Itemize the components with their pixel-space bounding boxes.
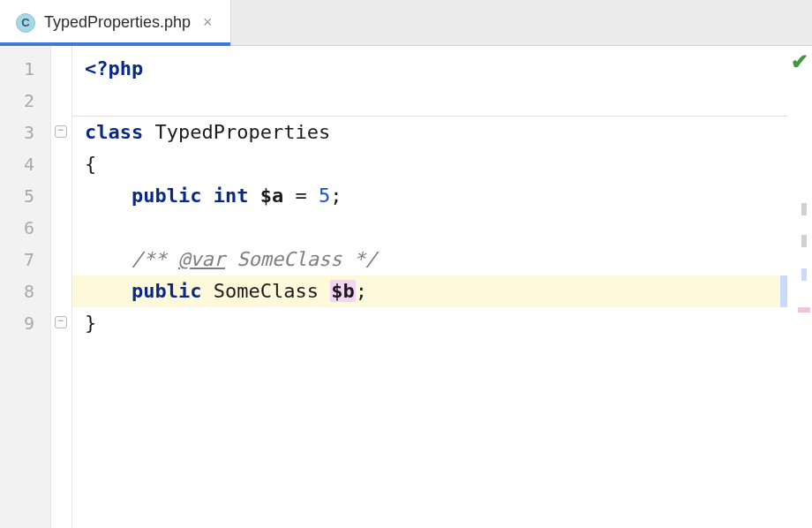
line-number: 3 bbox=[0, 117, 50, 148]
code-line[interactable] bbox=[72, 212, 787, 244]
token-type: int bbox=[214, 185, 249, 207]
code-line[interactable]: /** @var SomeClass */ bbox=[72, 244, 787, 275]
code-line[interactable]: <?php bbox=[72, 53, 787, 85]
token-variable-selected: $b bbox=[330, 280, 356, 302]
line-number-gutter: 1 2 3 4 5 6 7 8 9 bbox=[0, 46, 51, 528]
code-line[interactable] bbox=[72, 85, 787, 117]
line-number: 2 bbox=[0, 85, 50, 117]
token-classname: TypedProperties bbox=[154, 121, 330, 143]
code-line[interactable]: { bbox=[72, 148, 787, 180]
line-marker-icon[interactable] bbox=[801, 268, 807, 281]
line-number: 1 bbox=[0, 53, 50, 85]
line-number: 9 bbox=[0, 307, 50, 339]
fold-gutter bbox=[51, 46, 72, 528]
tab-filename: TypedProperties.php bbox=[44, 13, 191, 32]
token-variable: $a bbox=[260, 185, 284, 207]
token-type: SomeClass bbox=[214, 280, 319, 302]
token-modifier: public bbox=[132, 280, 201, 302]
token-keyword: class bbox=[85, 121, 143, 143]
inspection-stripe: ✔ bbox=[787, 46, 812, 528]
code-line[interactable]: public int $a = 5; bbox=[72, 180, 787, 212]
fold-toggle-icon[interactable] bbox=[55, 316, 67, 328]
line-number: 6 bbox=[0, 212, 50, 244]
file-tab[interactable]: C TypedProperties.php × bbox=[0, 0, 231, 45]
line-number: 8 bbox=[0, 275, 50, 307]
token-modifier: public bbox=[132, 185, 201, 207]
token-comment: /** bbox=[132, 248, 178, 270]
code-area[interactable]: <?php class TypedProperties { public int… bbox=[72, 46, 787, 528]
token-number: 5 bbox=[319, 185, 330, 207]
change-marker-icon bbox=[780, 275, 787, 307]
code-editor[interactable]: 1 2 3 4 5 6 7 8 9 <?php class TypedPrope… bbox=[0, 46, 812, 528]
line-marker-icon[interactable] bbox=[801, 203, 807, 215]
line-number: 4 bbox=[0, 148, 50, 180]
line-number: 7 bbox=[0, 244, 50, 275]
line-marker-icon[interactable] bbox=[798, 307, 810, 313]
code-line-highlighted[interactable]: public SomeClass $b; bbox=[72, 275, 787, 307]
inspection-ok-icon[interactable]: ✔ bbox=[787, 51, 812, 72]
line-number: 5 bbox=[0, 180, 50, 212]
fold-toggle-icon[interactable] bbox=[55, 125, 67, 138]
close-icon[interactable]: × bbox=[199, 11, 216, 34]
code-line[interactable]: class TypedProperties bbox=[72, 117, 787, 148]
code-line[interactable]: } bbox=[72, 307, 787, 339]
class-file-icon: C bbox=[16, 13, 35, 33]
token-doctag: @var bbox=[178, 248, 225, 270]
token-brace: { bbox=[85, 153, 96, 175]
token-comment: SomeClass */ bbox=[225, 248, 377, 270]
token-brace: } bbox=[85, 312, 96, 334]
tab-bar: C TypedProperties.php × bbox=[0, 0, 812, 46]
line-marker-icon[interactable] bbox=[801, 235, 807, 247]
token-php-open: <?php bbox=[85, 57, 143, 79]
